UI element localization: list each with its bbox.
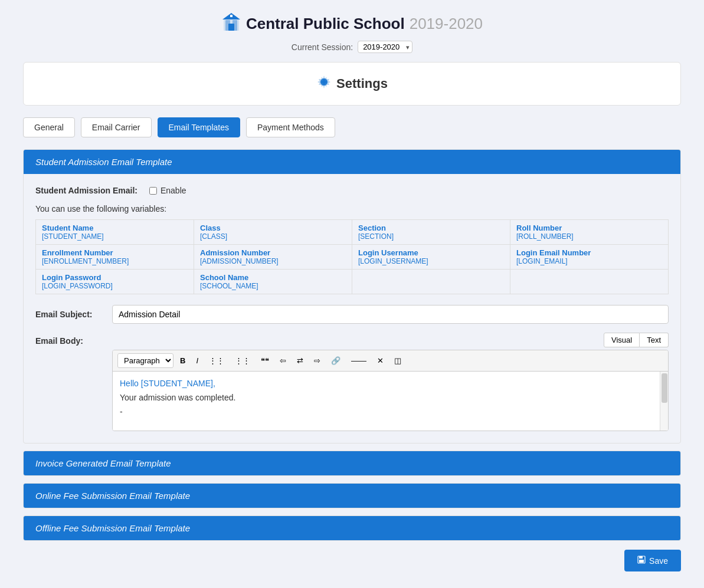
online-fee-section: Online Fee Submission Email Template	[23, 483, 681, 508]
svg-rect-3	[228, 24, 234, 31]
school-title: Central Public School 2019-2020	[0, 12, 704, 36]
email-body-label-row: Email Body: Visual Text Paragraph	[35, 333, 669, 431]
session-select[interactable]: 2019-2020	[358, 41, 412, 53]
email-body-label: Email Body:	[35, 333, 106, 346]
editor-container: Paragraph B I ⋮⋮ ⋮⋮ ❝❝ ⇦ ⇄ ⇨	[112, 350, 669, 431]
ol-btn[interactable]: ⋮⋮	[205, 354, 228, 367]
var-roll-number: Roll Number [ROLL_NUMBER]	[510, 220, 669, 245]
save-label: Save	[649, 556, 668, 566]
online-fee-header[interactable]: Online Fee Submission Email Template	[24, 484, 680, 508]
tab-payment-methods[interactable]: Payment Methods	[246, 117, 335, 137]
table-btn[interactable]: ◫	[390, 354, 405, 367]
student-admission-header[interactable]: Student Admission Email Template	[24, 150, 680, 174]
enable-checkbox[interactable]	[149, 187, 157, 195]
tabs-row: General Email Carrier Email Templates Pa…	[23, 117, 681, 137]
var-school-name: School Name [SCHOOL_NAME]	[194, 270, 352, 294]
scroll-thumb	[662, 373, 667, 403]
svg-rect-10	[639, 556, 643, 559]
offline-fee-section: Offline Fee Submission Email Template	[23, 515, 681, 541]
link-btn[interactable]: 🔗	[327, 354, 345, 367]
ul-btn[interactable]: ⋮⋮	[231, 354, 254, 367]
body-editor-col: Visual Text Paragraph B I	[112, 333, 669, 431]
save-button[interactable]: Save	[624, 550, 681, 571]
student-admission-section: Student Admission Email Template Student…	[23, 149, 681, 444]
editor-wrapper: Hello [STUDENT_NAME], Your admission was…	[113, 372, 668, 431]
align-center-btn[interactable]: ⇄	[293, 354, 307, 367]
online-fee-title: Online Fee Submission Email Template	[35, 491, 190, 501]
school-icon	[221, 12, 241, 36]
email-subject-input[interactable]	[112, 305, 669, 324]
bold-btn[interactable]: B	[176, 354, 189, 367]
school-year: 2019-2020	[410, 15, 483, 33]
enable-checkbox-label[interactable]: Enable	[149, 186, 186, 195]
var-enrollment: Enrollment Number [ENROLLMENT_NUMBER]	[36, 245, 194, 270]
tab-email-templates[interactable]: Email Templates	[158, 117, 240, 137]
var-student-name: Student Name [STUDENT_NAME]	[36, 220, 194, 245]
school-name: Central Public School	[246, 15, 405, 33]
var-login-email: Login Email Number [LOGIN_EMAIL]	[510, 245, 669, 270]
offline-fee-title: Offline Fee Submission Email Template	[35, 523, 190, 533]
email-subject-row: Email Subject:	[35, 305, 669, 324]
hr-btn[interactable]: ――	[347, 354, 371, 367]
gear-icon	[316, 74, 332, 93]
session-label: Current Session:	[292, 42, 353, 52]
align-left-btn[interactable]: ⇦	[276, 354, 290, 367]
var-login-username: Login Username [LOGIN_USERNAME]	[352, 245, 510, 270]
variables-table: Student Name [STUDENT_NAME] Class [CLASS…	[35, 219, 669, 294]
editor-scrollbar[interactable]	[660, 372, 668, 431]
editor-body[interactable]: Hello [STUDENT_NAME], Your admission was…	[113, 372, 668, 431]
var-empty-2	[510, 270, 669, 294]
invoice-generated-section: Invoice Generated Email Template	[23, 451, 681, 476]
enable-row: Student Admission Email: Enable	[35, 186, 669, 195]
student-admission-title: Student Admission Email Template	[35, 157, 172, 167]
svg-point-8	[322, 80, 326, 84]
var-login-password: Login Password [LOGIN_PASSWORD]	[36, 270, 194, 294]
settings-card: Settings	[23, 62, 681, 106]
tab-email-carrier[interactable]: Email Carrier	[81, 117, 152, 137]
offline-fee-header[interactable]: Offline Fee Submission Email Template	[24, 516, 680, 540]
quote-btn[interactable]: ❝❝	[257, 354, 273, 367]
email-subject-label: Email Subject:	[35, 310, 106, 319]
svg-rect-5	[230, 15, 233, 17]
editor-toolbar: Paragraph B I ⋮⋮ ⋮⋮ ❝❝ ⇦ ⇄ ⇨	[113, 350, 668, 372]
save-btn-row: Save	[23, 550, 681, 577]
italic-btn[interactable]: I	[192, 354, 202, 367]
visual-btn[interactable]: Visual	[604, 333, 640, 347]
settings-title: Settings	[38, 74, 666, 93]
align-right-btn[interactable]: ⇨	[310, 354, 325, 367]
enable-field-label: Student Admission Email:	[35, 186, 137, 195]
paragraph-select[interactable]: Paragraph	[117, 353, 173, 368]
tab-general[interactable]: General	[23, 117, 75, 137]
top-header: Central Public School 2019-2020 Current …	[0, 0, 704, 62]
email-body-section: Email Body: Visual Text Paragraph	[35, 333, 669, 431]
session-row: Current Session: 2019-2020	[0, 41, 704, 53]
svg-rect-11	[639, 560, 644, 563]
page-wrapper: Central Public School 2019-2020 Current …	[0, 0, 704, 588]
var-section: Section [SECTION]	[352, 220, 510, 245]
variables-intro: You can use the following variables:	[35, 204, 669, 213]
visual-text-btns: Visual Text	[112, 333, 669, 347]
student-admission-body: Student Admission Email: Enable You can …	[24, 174, 680, 443]
save-icon	[637, 556, 646, 566]
var-admission: Admission Number [ADMISSION_NUMBER]	[194, 245, 352, 270]
var-class: Class [CLASS]	[194, 220, 352, 245]
invoice-generated-title: Invoice Generated Email Template	[35, 458, 171, 468]
invoice-generated-header[interactable]: Invoice Generated Email Template	[24, 451, 680, 475]
settings-heading: Settings	[336, 76, 388, 91]
clear-btn[interactable]: ✕	[373, 354, 388, 367]
enable-text: Enable	[161, 186, 186, 195]
text-btn[interactable]: Text	[640, 333, 669, 347]
var-empty-1	[352, 270, 510, 294]
